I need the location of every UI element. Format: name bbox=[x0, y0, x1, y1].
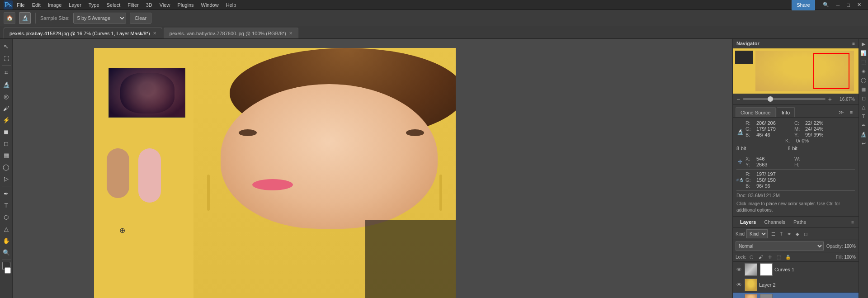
navigator-preview[interactable] bbox=[733, 48, 859, 94]
menu-image[interactable]: Image bbox=[45, 1, 65, 9]
menu-filter[interactable]: Filter bbox=[124, 1, 142, 9]
zoom-out-button[interactable]: − bbox=[736, 95, 740, 103]
window-restore[interactable]: □ bbox=[844, 1, 853, 9]
shape-filter[interactable]: ◆ bbox=[794, 230, 801, 237]
brush-tool[interactable]: 🖌 bbox=[1, 103, 12, 114]
clone-tool[interactable]: ⚡ bbox=[1, 114, 12, 125]
clear-button[interactable]: Clear bbox=[130, 13, 151, 24]
layer-row-layer2[interactable]: 👁 Layer 2 bbox=[733, 277, 859, 293]
heal-tool[interactable]: ◎ bbox=[1, 91, 12, 102]
panel-icon-9[interactable]: ✒ bbox=[859, 121, 868, 129]
tab-clone-source[interactable]: Clone Source bbox=[736, 107, 776, 117]
menu-layer[interactable]: Layer bbox=[66, 1, 85, 9]
opacity-value[interactable]: 100% bbox=[844, 244, 856, 249]
eyedropper-icon: 🔬 bbox=[736, 128, 744, 136]
collapse-panel-icon[interactable]: ▶ bbox=[859, 40, 868, 48]
search-button[interactable]: 🔍 bbox=[820, 1, 832, 9]
zoom-tool-canvas[interactable]: 🔍 bbox=[1, 247, 12, 258]
layer-row-layer1[interactable]: 👁 Layer 1 bbox=[733, 293, 859, 298]
lock-all-icon[interactable]: 🔒 bbox=[784, 253, 792, 260]
panel-icon-2[interactable]: ⬚ bbox=[859, 58, 868, 66]
menu-type[interactable]: Type bbox=[85, 1, 103, 9]
layer-visibility-curves[interactable]: 👁 bbox=[736, 266, 743, 273]
pixel-layer-filter[interactable]: ☰ bbox=[769, 230, 777, 237]
zoom-in-button[interactable]: + bbox=[828, 95, 832, 103]
history-tool[interactable]: ◼ bbox=[1, 126, 12, 137]
adjustment-filter[interactable]: T bbox=[778, 230, 785, 237]
nav-expand-icon[interactable]: ≡ bbox=[852, 41, 855, 46]
path-tool[interactable]: ⬡ bbox=[1, 212, 12, 222]
lock-image-icon[interactable]: 🖌 bbox=[757, 253, 764, 260]
tab-info[interactable]: Info bbox=[777, 107, 795, 117]
menu-help[interactable]: Help bbox=[223, 1, 240, 9]
tab-babydov[interactable]: pexels-ivan-babydov-7787600.jpg @ 100% (… bbox=[164, 28, 298, 38]
menubar: Ps File Edit Image Layer Type Select Fil… bbox=[0, 0, 868, 10]
dodge-tool[interactable]: ▷ bbox=[1, 173, 12, 184]
panel-icon-10[interactable]: 🔬 bbox=[859, 130, 868, 138]
bg-color[interactable] bbox=[5, 267, 11, 274]
menu-file[interactable]: File bbox=[14, 1, 28, 9]
panel-icon-7[interactable]: △ bbox=[859, 103, 868, 111]
window-close[interactable]: ✕ bbox=[854, 1, 864, 9]
home-button[interactable]: 🏠 bbox=[4, 12, 15, 24]
b-label: B: bbox=[745, 132, 755, 137]
gradient-tool[interactable]: ▦ bbox=[1, 150, 12, 161]
zoom-slider[interactable] bbox=[743, 98, 826, 100]
panel-expand-icon[interactable]: ≫ bbox=[837, 108, 846, 116]
blur-tool[interactable]: ◯ bbox=[1, 161, 12, 172]
panel-icon-1[interactable]: 📊 bbox=[859, 49, 868, 57]
window-minimize[interactable]: ─ bbox=[833, 1, 843, 9]
lasso-tool[interactable]: ⬚ bbox=[1, 52, 12, 63]
panel-icon-11[interactable]: ↩ bbox=[859, 139, 868, 147]
layers-tab[interactable]: Layers bbox=[736, 218, 760, 226]
menu-select[interactable]: Select bbox=[104, 1, 124, 9]
paths-tab[interactable]: Paths bbox=[790, 218, 810, 226]
sample-size-select[interactable]: 5 by 5 Average Point Sample 3 by 3 Avera… bbox=[73, 13, 126, 24]
menu-edit[interactable]: Edit bbox=[29, 1, 44, 9]
layer-row-curves[interactable]: 👁 Curves 1 bbox=[733, 262, 859, 277]
kind-select[interactable]: Kind bbox=[746, 229, 768, 238]
hand-tool[interactable]: ✋ bbox=[1, 235, 12, 246]
share-button[interactable]: Share bbox=[792, 0, 815, 10]
panel-icon-5[interactable]: ▦ bbox=[859, 85, 868, 93]
panel-menu-icon[interactable]: ≡ bbox=[847, 108, 856, 116]
lock-move-icon[interactable]: ✛ bbox=[766, 253, 774, 260]
layer-list: 👁 Curves 1 👁 bbox=[733, 262, 859, 298]
layer-visibility-layer1[interactable]: 👁 bbox=[736, 297, 743, 298]
y-label: Y: bbox=[794, 132, 803, 137]
crop-tool[interactable]: ⌗ bbox=[1, 67, 12, 78]
menu-view[interactable]: View bbox=[156, 1, 174, 9]
eyedropper-tool[interactable]: 🔬 bbox=[19, 12, 31, 24]
panel-icon-8[interactable]: T bbox=[859, 112, 868, 120]
type-filter[interactable]: ✒ bbox=[786, 230, 793, 237]
lock-artboard-icon[interactable]: ⬚ bbox=[775, 253, 783, 260]
panel-icon-3[interactable]: ◈ bbox=[859, 67, 868, 75]
layer-visibility-layer2[interactable]: 👁 bbox=[736, 281, 743, 289]
color-swatch-tan bbox=[107, 148, 129, 198]
tab-close-1[interactable]: ✕ bbox=[153, 31, 156, 36]
fill-value[interactable]: 100% bbox=[844, 255, 856, 260]
menu-plugins[interactable]: Plugins bbox=[174, 1, 197, 9]
canvas-document[interactable]: ⊕ bbox=[94, 48, 456, 298]
shape-tool[interactable]: △ bbox=[1, 223, 12, 234]
panel-icon-4[interactable]: ◯ bbox=[859, 76, 868, 84]
pen-tool[interactable]: ✒ bbox=[1, 188, 12, 199]
move-tool[interactable]: ↖ bbox=[1, 41, 12, 52]
y-coord-label: Y: bbox=[745, 162, 755, 167]
layers-panel-menu[interactable]: ≡ bbox=[850, 219, 855, 226]
blend-mode-select[interactable]: Normal Normal Dissolve Multiply Screen bbox=[736, 241, 824, 251]
menu-3d[interactable]: 3D bbox=[143, 1, 156, 9]
channels-tab[interactable]: Channels bbox=[760, 218, 788, 226]
tab-curves[interactable]: pexels-pixabay-415829.jpg @ 16.7% (Curve… bbox=[4, 28, 162, 38]
lock-transparent-icon[interactable]: ⬡ bbox=[748, 253, 755, 260]
type-tool[interactable]: T bbox=[1, 200, 12, 211]
info-divider-1 bbox=[736, 154, 855, 154]
canvas-area[interactable]: ⊕ bbox=[13, 39, 732, 298]
tab-close-2[interactable]: ✕ bbox=[289, 31, 292, 36]
panel-icon-6[interactable]: ◻ bbox=[859, 94, 868, 102]
main-layout: ↖ ⬚ ⌗ 🔬 ◎ 🖌 ⚡ ◼ ◻ ▦ ◯ ▷ ✒ T ⬡ △ ✋ 🔍 bbox=[0, 39, 868, 298]
eraser-tool[interactable]: ◻ bbox=[1, 138, 12, 149]
eyedropper-tool-left[interactable]: 🔬 bbox=[1, 79, 12, 90]
smart-filter[interactable]: ◻ bbox=[802, 230, 809, 237]
menu-window[interactable]: Window bbox=[198, 1, 222, 9]
